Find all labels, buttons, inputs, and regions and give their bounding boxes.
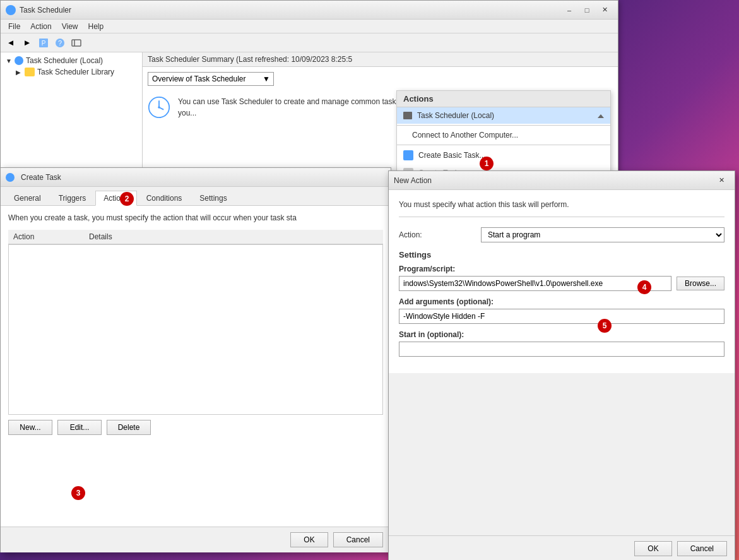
action-table-header: Action Details [8, 230, 383, 244]
start-in-row [399, 342, 724, 357]
delete-action-button[interactable]: Delete [107, 420, 151, 435]
close-button[interactable]: ✕ [596, 4, 613, 16]
tab-triggers[interactable]: Triggers [50, 191, 95, 205]
svg-text:?: ? [58, 39, 62, 47]
tree-item-local[interactable]: ▼ Task Scheduler (Local) [3, 55, 139, 66]
create-task-app-icon [6, 173, 15, 182]
maximize-button[interactable]: □ [579, 4, 595, 16]
program-script-group: Program/script: Browse... [399, 265, 724, 291]
start-in-label: Start in (optional): [399, 330, 724, 339]
svg-text:P: P [42, 40, 46, 47]
na-action-row: Action: Start a program Send an e-mail (… [399, 227, 724, 242]
create-task-titlebar-left: Create Task [6, 173, 61, 182]
actions-item-create-basic[interactable]: Create Basic Task... [397, 146, 610, 164]
actions-item-connect[interactable]: Connect to Another Computer... [397, 127, 610, 143]
create-basic-icon [403, 150, 413, 160]
actions-item-local-label: Task Scheduler (Local) [417, 111, 494, 120]
actions-item-connect-label: Connect to Another Computer... [412, 131, 518, 140]
add-args-label: Add arguments (optional): [399, 297, 724, 306]
create-task-footer: OK Cancel [1, 527, 391, 552]
center-header: Task Scheduler Summary (Last refreshed: … [143, 52, 618, 67]
show-hide-button[interactable] [69, 35, 84, 51]
toolbar: ◄ ► P ? [1, 33, 618, 52]
col-details: Details [89, 232, 378, 241]
actions-item-local[interactable]: Task Scheduler (Local) [397, 107, 610, 124]
tab-description: When you create a task, you must specify… [8, 213, 383, 222]
tabs-container: General Triggers Actions Conditions Sett… [1, 187, 391, 206]
na-action-select[interactable]: Start a program Send an e-mail (deprecat… [481, 227, 724, 242]
tab-general[interactable]: General [6, 191, 49, 205]
actions-panel-header: Actions [397, 91, 610, 107]
left-panel: ▼ Task Scheduler (Local) ▶ Task Schedule… [1, 52, 143, 173]
na-description: You must specify what action this task w… [399, 200, 724, 217]
task-scheduler-icon [15, 56, 23, 65]
tree-item-local-label: Task Scheduler (Local) [26, 56, 103, 65]
new-action-button[interactable]: New... [8, 420, 52, 435]
browse-button[interactable]: Browse... [677, 277, 724, 290]
na-action-label: Action: [399, 230, 481, 239]
tree-item-library-label: Task Scheduler Library [37, 68, 114, 76]
badge-2: 2 [120, 192, 134, 206]
svg-line-9 [159, 107, 163, 110]
overview-dropdown-row: Overview of Task Scheduler Task Status A… [148, 72, 613, 86]
tab-content-area: When you create a task, you must specify… [1, 206, 391, 527]
back-button[interactable]: ◄ [3, 35, 18, 51]
menu-action[interactable]: Action [25, 21, 56, 32]
new-action-cancel-button[interactable]: Cancel [677, 541, 727, 556]
badge-4: 4 [637, 280, 651, 294]
main-titlebar: Task Scheduler – □ ✕ [1, 1, 618, 20]
main-window-title: Task Scheduler [20, 6, 71, 15]
properties-button[interactable]: P [36, 35, 51, 51]
badge-5: 5 [598, 319, 612, 333]
create-task-titlebar: Create Task [1, 168, 391, 187]
program-script-input[interactable] [399, 276, 671, 291]
actions-dropdown-panel: Actions Task Scheduler (Local) Connect t… [396, 90, 611, 182]
edit-action-button[interactable]: Edit... [57, 420, 102, 435]
new-action-content: You must specify what action this task w… [389, 190, 735, 373]
col-action: Action [13, 232, 89, 241]
create-task-window: Create Task General Triggers Actions Con… [0, 167, 391, 552]
create-task-window-title: Create Task [21, 173, 61, 182]
create-task-cancel-button[interactable]: Cancel [333, 532, 383, 547]
help-button[interactable]: ? [52, 35, 68, 51]
action-table-body[interactable] [8, 244, 383, 415]
overview-select[interactable]: Overview of Task Scheduler Task Status A… [148, 72, 274, 86]
program-script-row: Browse... [399, 276, 724, 291]
menu-bar: File Action View Help [1, 20, 618, 33]
expand-up-arrow [598, 111, 604, 120]
expand-arrow-library: ▶ [16, 69, 22, 76]
window-controls: – □ ✕ [561, 4, 613, 16]
computer-icon [403, 112, 412, 119]
badge-3: 3 [71, 486, 85, 500]
tab-conditions[interactable]: Conditions [138, 191, 191, 205]
new-action-close-button[interactable]: ✕ [713, 174, 730, 187]
add-args-row [399, 309, 724, 324]
add-args-input[interactable] [399, 309, 724, 324]
start-in-input[interactable] [399, 342, 724, 357]
new-action-dialog: New Action ✕ You must specify what actio… [388, 170, 735, 560]
expand-arrow-local: ▼ [6, 57, 12, 64]
new-action-ok-button[interactable]: OK [634, 541, 671, 556]
folder-icon [25, 68, 35, 76]
separator-1 [397, 125, 610, 126]
menu-help[interactable]: Help [83, 21, 109, 32]
titlebar-left: Task Scheduler [6, 5, 71, 15]
settings-section-label: Settings [399, 250, 724, 259]
app-icon [6, 5, 16, 15]
program-script-label: Program/script: [399, 265, 724, 273]
separator-2 [397, 145, 610, 145]
menu-file[interactable]: File [3, 21, 25, 32]
actions-item-create-basic-label: Create Basic Task... [418, 151, 486, 160]
start-in-group: Start in (optional): [399, 330, 724, 357]
badge-1: 1 [480, 157, 494, 170]
forward-button[interactable]: ► [20, 35, 35, 51]
tab-settings[interactable]: Settings [191, 191, 235, 205]
clock-icon-wrapper [148, 96, 173, 121]
tree-item-library[interactable]: ▶ Task Scheduler Library [3, 66, 139, 78]
minimize-button[interactable]: – [561, 4, 577, 16]
menu-view[interactable]: View [57, 21, 83, 32]
create-task-ok-button[interactable]: OK [290, 532, 328, 547]
new-action-footer: OK Cancel [389, 535, 735, 560]
svg-rect-4 [72, 40, 81, 46]
action-buttons: New... Edit... Delete [8, 415, 383, 440]
